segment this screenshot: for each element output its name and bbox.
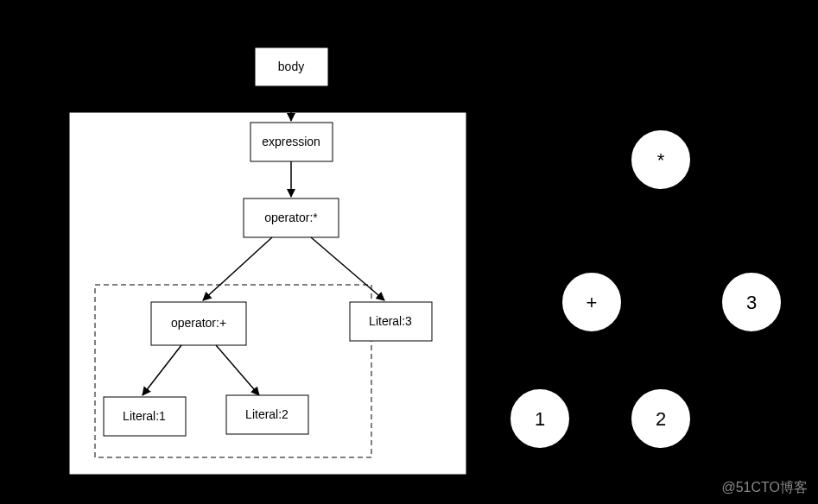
- node-lit3-label: Literal:3: [369, 314, 412, 328]
- watermark: @51CTO博客: [721, 479, 808, 497]
- node-body-label: body: [278, 60, 304, 73]
- node-op-mul-label: operator:*: [264, 211, 318, 224]
- node-lit1-label: Literal:1: [123, 409, 166, 423]
- circle-2-label: 2: [656, 408, 666, 430]
- edge-mul-3: [682, 181, 739, 272]
- circle-1-label: 1: [535, 408, 545, 430]
- node-lit2-label: Literal:2: [245, 407, 289, 421]
- edge-add-2: [606, 330, 648, 388]
- diagram-canvas: body expression operator:* operator:+ Li…: [0, 0, 818, 504]
- circle-mul-label: *: [657, 149, 665, 171]
- node-op-add-label: operator:+: [171, 316, 226, 330]
- node-expression-label: expression: [262, 135, 320, 148]
- edge-add-1: [553, 330, 579, 388]
- circle-add-label: +: [587, 292, 598, 313]
- edge-mul-add: [605, 186, 644, 272]
- circle-3-label: 3: [746, 292, 757, 313]
